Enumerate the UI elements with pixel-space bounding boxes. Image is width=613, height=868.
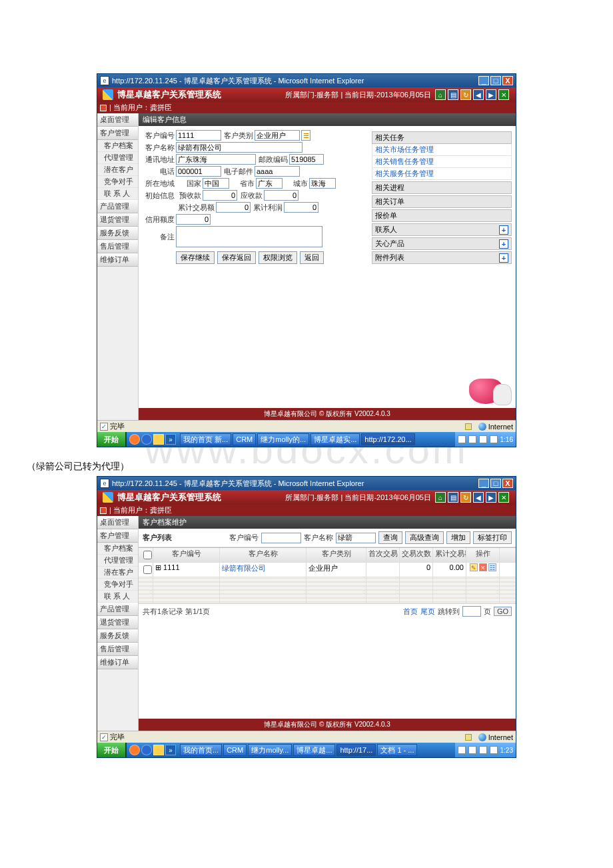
customer-no-input[interactable] [176, 130, 221, 141]
adv-query-button[interactable]: 高级查询 [405, 531, 444, 544]
sidebar-item[interactable]: 潜在客户 [97, 164, 138, 176]
toolbar-next-icon[interactable]: ▶ [486, 89, 496, 100]
pager-page-input[interactable] [462, 606, 481, 617]
cell-name[interactable]: 绿箭有限公司 [220, 563, 306, 577]
toolbar-refresh-icon[interactable]: ↻ [460, 89, 471, 100]
taskbar-task[interactable]: 继力molly... [248, 744, 292, 756]
ql-desktop-icon[interactable] [153, 434, 164, 445]
select-all-checkbox[interactable] [143, 551, 152, 559]
sidebar-item[interactable]: 联 系 人 [97, 188, 138, 200]
sidebar-group-header[interactable]: 服务反馈 [97, 227, 138, 240]
sidebar-group-header[interactable]: 售后管理 [97, 240, 138, 253]
sidebar-item[interactable]: 代理管理 [97, 152, 138, 164]
sidebar-item[interactable]: 客户档案 [97, 543, 138, 555]
tray-icon[interactable] [490, 746, 498, 754]
toolbar-prev-icon[interactable]: ◀ [473, 89, 484, 100]
tray-icon[interactable] [490, 435, 498, 443]
save-back-button[interactable]: 保存返回 [217, 251, 256, 264]
sidebar-group-header[interactable]: 产品管理 [97, 603, 138, 616]
total-profit-input[interactable] [284, 202, 318, 213]
row-view-icon[interactable]: ☷ [488, 563, 496, 571]
toolbar-home-icon[interactable]: ⌂ [435, 492, 446, 503]
toolbar-tile-icon[interactable]: ▤ [448, 89, 458, 100]
toolbar-next-icon[interactable]: ▶ [486, 492, 496, 503]
toolbar-close-icon[interactable]: ✕ [498, 89, 509, 100]
sidebar-item[interactable]: 联 系 人 [97, 591, 138, 603]
toolbar-tile-icon[interactable]: ▤ [448, 492, 458, 503]
ql-desktop-icon[interactable] [153, 745, 164, 755]
customer-type-input[interactable] [255, 130, 300, 141]
toolbar-close-icon[interactable]: ✕ [498, 492, 509, 503]
related-task-link[interactable]: 相关服务任务管理 [372, 168, 512, 180]
recv-input[interactable] [264, 190, 299, 201]
ql-more-icon[interactable]: » [165, 434, 176, 445]
credit-input[interactable] [176, 214, 211, 225]
tray-icon[interactable] [458, 435, 466, 443]
sidebar-item[interactable]: 竞争对手 [97, 579, 138, 591]
sidebar-group-header[interactable]: 桌面管理 [97, 113, 138, 127]
maximize-button[interactable]: □ [490, 479, 501, 488]
pager-go-button[interactable]: GO [494, 607, 512, 616]
label-print-button[interactable]: 标签打印 [473, 531, 512, 544]
row-edit-icon[interactable]: ✎ [470, 563, 478, 571]
taskbar-task[interactable]: 继力molly的... [257, 433, 309, 445]
add-button[interactable]: 增加 [446, 531, 470, 544]
row-delete-icon[interactable]: ✕ [479, 563, 487, 571]
close-button[interactable]: X [502, 76, 513, 85]
tray-icon[interactable] [479, 746, 487, 754]
sidebar-item[interactable]: 潜在客户 [97, 567, 138, 579]
sidebar-item[interactable]: 竞争对手 [97, 176, 138, 188]
sidebar-item[interactable]: 客户档案 [97, 140, 138, 152]
customer-name-input[interactable] [176, 142, 303, 153]
sidebar-group-header[interactable]: 客户管理 [97, 529, 138, 543]
tray-icon[interactable] [458, 746, 466, 754]
ql-more-icon[interactable]: » [165, 745, 176, 755]
sidebar-group-header[interactable]: 产品管理 [97, 200, 138, 213]
save-continue-button[interactable]: 保存继续 [176, 251, 215, 264]
sidebar-group-header[interactable]: 桌面管理 [97, 516, 138, 529]
start-button[interactable]: 开始 [97, 743, 127, 757]
tray-icon[interactable] [468, 746, 476, 754]
related-task-link[interactable]: 相关销售任务管理 [372, 156, 512, 168]
total-amt-input[interactable] [216, 202, 251, 213]
taskbar-task[interactable]: http://172.20... [361, 433, 414, 445]
query-button[interactable]: 查询 [378, 531, 402, 544]
customer-type-picker-icon[interactable]: ☰ [301, 130, 310, 141]
tray-icon[interactable] [479, 435, 487, 443]
add-product-button[interactable]: + [499, 239, 508, 249]
remark-textarea[interactable] [176, 226, 322, 247]
taskbar-task[interactable]: 博星卓越实... [310, 433, 360, 445]
minimize-button[interactable]: _ [478, 479, 489, 488]
address-input[interactable] [176, 154, 256, 165]
email-input[interactable] [255, 166, 300, 177]
ql-firefox-icon[interactable] [129, 434, 140, 445]
sidebar-group-header[interactable]: 退货管理 [97, 616, 138, 629]
permission-view-button[interactable]: 权限浏览 [259, 251, 297, 264]
sidebar-group-header[interactable]: 服务反馈 [97, 629, 138, 643]
ql-ie-icon[interactable] [141, 434, 152, 445]
taskbar-task[interactable]: 文档 1 - ... [377, 744, 417, 756]
close-button[interactable]: X [502, 479, 513, 488]
maximize-button[interactable]: □ [490, 76, 501, 85]
province-input[interactable] [256, 178, 283, 189]
taskbar-task[interactable]: 我的首页 新... [180, 433, 231, 445]
add-attachment-button[interactable]: + [499, 253, 508, 263]
toolbar-home-icon[interactable]: ⌂ [435, 89, 446, 100]
related-task-link[interactable]: 相关市场任务管理 [372, 144, 512, 156]
minimize-button[interactable]: _ [478, 76, 489, 85]
postcode-input[interactable] [289, 154, 324, 165]
search-name-input[interactable] [336, 533, 376, 543]
phone-input[interactable] [176, 166, 221, 177]
back-button[interactable]: 返回 [300, 251, 324, 264]
taskbar-task[interactable]: 我的首页... [180, 744, 222, 756]
add-contact-button[interactable]: + [499, 225, 508, 235]
search-code-input[interactable] [261, 533, 301, 543]
taskbar-task[interactable]: 博星卓越... [293, 744, 335, 756]
sidebar-item[interactable]: 代理管理 [97, 555, 138, 567]
pre-recv-input[interactable] [203, 190, 237, 201]
pager-first[interactable]: 首页 [403, 607, 418, 617]
tray-icon[interactable] [468, 435, 476, 443]
sidebar-group-header[interactable]: 维修订单 [97, 656, 138, 669]
sidebar-group-header[interactable]: 退货管理 [97, 213, 138, 227]
sidebar-group-header[interactable]: 售后管理 [97, 643, 138, 656]
